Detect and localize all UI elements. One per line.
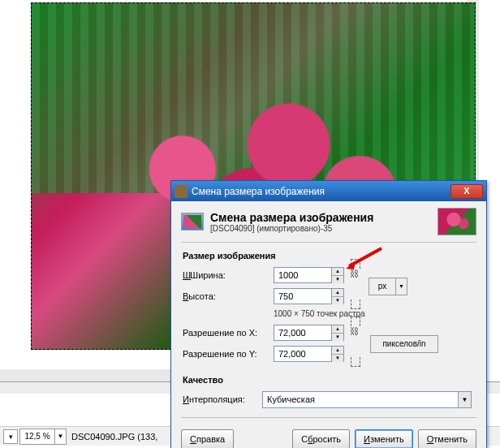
resx-input[interactable]: 72,000 [274,325,332,341]
resx-label: Разрешение по X: [183,328,274,338]
interp-value: Кубическая [263,392,458,407]
dropdown-arrow-icon: ▼ [395,278,407,295]
title-bar[interactable]: Смена размера изображения X [171,181,486,201]
app-icon [175,185,188,198]
apply-button[interactable]: Изменить [355,429,413,448]
image-thumbnail [438,208,476,235]
separator [181,417,476,418]
reset-button[interactable]: Сбросить [292,429,350,448]
chain-icon: ⛓ [350,326,359,336]
resy-label: Разрешение по Y: [183,349,274,359]
header-title: Смена размера изображения [210,211,373,224]
zoom-level-box[interactable]: 12,5 % ▼ [19,429,67,445]
height-label: Высота: [183,291,274,301]
resize-dialog: Смена размера изображения X Смена размер… [170,180,487,448]
help-button[interactable]: Справка [181,429,234,448]
quality-section: Качество Интерполяция: Кубическая ▼ [171,370,486,414]
res-chain-link[interactable]: ⛓ [347,323,364,360]
dialog-header: Смена размера изображения [DSC04090] (им… [171,201,486,239]
zoom-value: 12,5 % [20,429,54,444]
resx-spinner[interactable]: ▲▼ [332,325,344,341]
statusbar-dropdown-1[interactable]: ▾ [3,429,18,444]
file-info-label: DSC04090.JPG (133, [71,432,157,442]
interp-combobox[interactable]: Кубическая ▼ [262,391,472,408]
size-chain-link[interactable]: ⛓ [347,265,364,303]
width-input[interactable]: 1000 [274,267,332,283]
header-subtitle: [DSC04090] (импортировано)-35 [210,224,373,233]
dropdown-arrow-icon: ▼ [458,392,471,407]
size-unit-value: px [369,278,395,295]
resy-spinner[interactable]: ▲▼ [332,346,344,362]
width-label: ШШирина: [183,270,274,280]
separator [181,242,476,243]
height-input[interactable]: 750 [274,288,332,304]
height-spinner[interactable]: ▲▼ [332,288,344,304]
close-button[interactable]: X [450,184,483,199]
raster-hint: 1000 × 750 точек растра [183,309,475,318]
cancel-button[interactable]: Отменить [418,429,476,448]
chain-icon: ⛓ [350,269,359,278]
resy-input[interactable]: 72,000 [274,346,332,362]
size-section: Размер изображения ШШирина: 1000 ▲▼ Высо… [171,246,486,370]
width-spinner[interactable]: ▲▼ [332,267,344,283]
interp-label: Интерполяция: [183,394,262,404]
window-title: Смена размера изображения [192,186,450,197]
button-bar: Справка Сбросить Изменить Отменить [171,421,486,448]
size-unit-dropdown[interactable]: px ▼ [369,278,407,295]
res-unit-button[interactable]: пикселов/in [370,335,438,353]
zoom-dropdown-arrow[interactable]: ▼ [54,429,66,444]
resize-icon [181,213,204,230]
quality-section-title: Качество [183,375,475,385]
size-section-title: Размер изображения [183,251,475,261]
